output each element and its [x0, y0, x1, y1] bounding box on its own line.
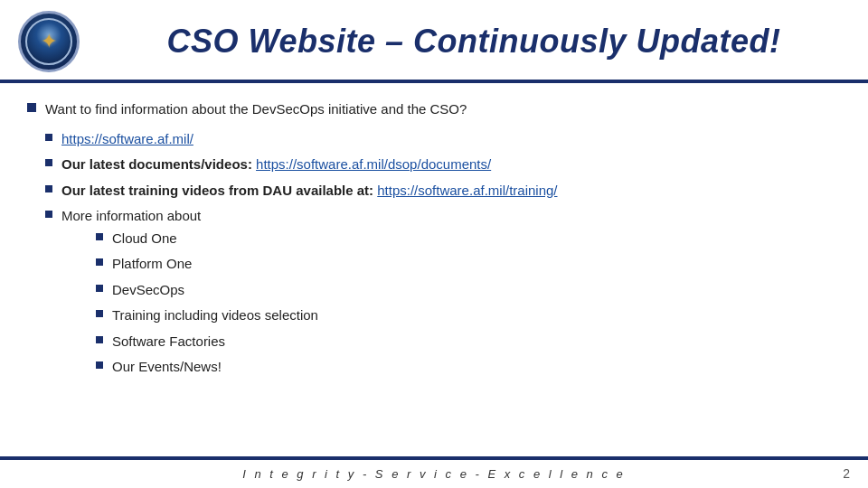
footer: I n t e g r i t y - S e r v i c e - E x …	[0, 456, 868, 488]
documents-link[interactable]: https://software.af.mil/dsop/documents/	[256, 156, 491, 172]
link-1[interactable]: https://software.af.mil/	[61, 129, 193, 150]
list-item: Training including videos selection	[96, 305, 318, 326]
bullet-square-icon	[96, 310, 103, 317]
main-bullet-item: Want to find information about the DevSe…	[27, 99, 841, 120]
page-title: CSO Website – Continuously Updated!	[98, 23, 850, 61]
training-label: Our latest training videos from DAU avai…	[61, 183, 377, 198]
list-item: Cloud One	[96, 229, 318, 249]
bullet-square-icon	[27, 103, 36, 112]
bullet-square-icon	[96, 336, 103, 343]
nested-item-2: Platform One	[112, 254, 192, 275]
nested-item-5: Software Factories	[112, 332, 225, 352]
sub-bullet-1: https://software.af.mil/	[45, 129, 841, 150]
slide-number: 2	[843, 466, 850, 481]
sub-list: https://software.af.mil/ Our latest docu…	[45, 129, 841, 389]
sub-bullet-4: More information about Cloud One Platfor…	[45, 206, 841, 383]
nested-item-3: DevSecOps	[112, 280, 184, 301]
sub-bullet-4-content: More information about Cloud One Platfor…	[61, 206, 318, 383]
list-item: DevSecOps	[96, 280, 318, 301]
bullet-square-icon	[45, 159, 52, 166]
more-info-label: More information about	[61, 208, 201, 223]
list-item: Software Factories	[96, 332, 318, 352]
main-content: Want to find information about the DevSe…	[0, 83, 868, 456]
sub-bullet-3-text: Our latest training videos from DAU avai…	[61, 181, 558, 202]
af-seal-logo: ✦	[18, 11, 80, 72]
nested-item-1: Cloud One	[112, 229, 177, 249]
slide: ✦ CSO Website – Continuously Updated! Wa…	[0, 0, 868, 488]
bullet-square-icon	[96, 285, 103, 292]
documents-label: Our latest documents/videos:	[61, 156, 256, 172]
bullet-square-icon	[45, 134, 52, 141]
bullet-square-icon	[96, 233, 103, 240]
sub-bullet-2: Our latest documents/videos: https://sof…	[45, 155, 841, 175]
footer-tagline: I n t e g r i t y - S e r v i c e - E x …	[242, 467, 626, 481]
bullet-square-icon	[96, 361, 103, 369]
eagle-icon: ✦	[41, 30, 57, 53]
bullet-square-icon	[45, 185, 52, 192]
bullet-square-icon	[96, 258, 103, 266]
bullet-square-icon	[45, 211, 52, 218]
nested-item-4: Training including videos selection	[112, 305, 318, 326]
list-item: Our Events/News!	[96, 357, 318, 378]
training-link[interactable]: https://software.af.mil/training/	[377, 183, 557, 198]
list-item: Platform One	[96, 254, 318, 275]
main-bullet-text: Want to find information about the DevSe…	[45, 99, 467, 120]
sub-bullet-2-text: Our latest documents/videos: https://sof…	[61, 155, 491, 175]
nested-list: Cloud One Platform One DevSecOps Tr	[96, 229, 318, 378]
header: ✦ CSO Website – Continuously Updated!	[0, 0, 868, 83]
sub-bullet-3: Our latest training videos from DAU avai…	[45, 181, 841, 202]
nested-item-6: Our Events/News!	[112, 357, 222, 378]
